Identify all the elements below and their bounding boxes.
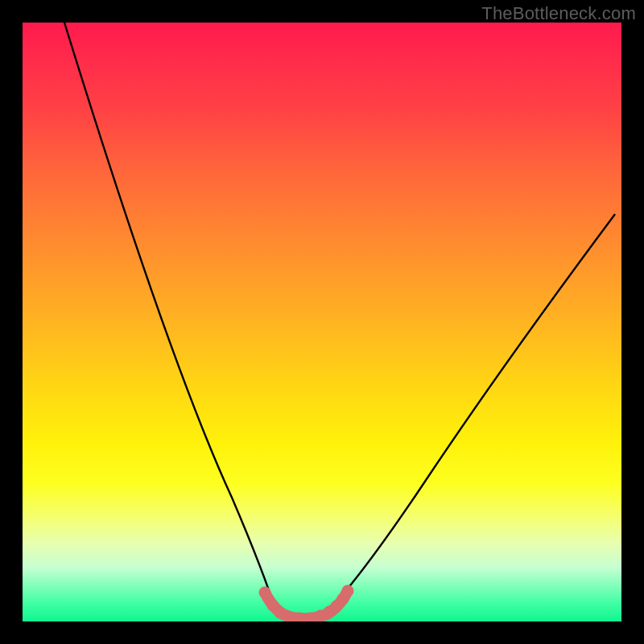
svg-point-0 <box>259 587 271 599</box>
watermark-text: TheBottleneck.com <box>481 3 636 24</box>
curve-left-branch <box>64 23 277 614</box>
svg-point-10 <box>342 585 354 597</box>
curve-right-branch <box>325 214 615 614</box>
chart-frame: TheBottleneck.com <box>0 0 644 644</box>
curve-layer <box>23 23 621 621</box>
valley-marker-dots <box>259 585 354 622</box>
plot-area <box>23 23 621 621</box>
